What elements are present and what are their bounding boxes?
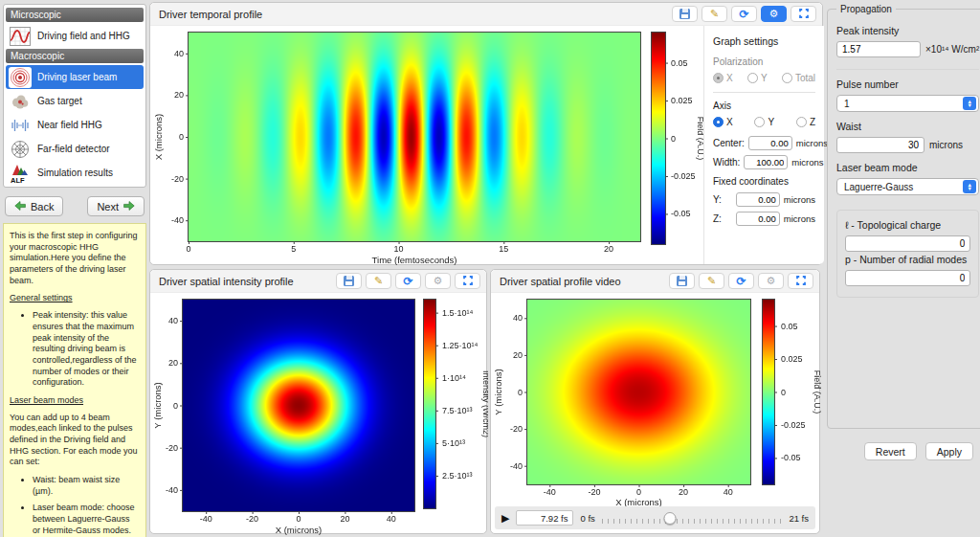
graph-settings-panel: Graph settings Polarization X Y Total Ax… [703, 26, 824, 264]
video-controls: ▶ 7.92 fs 0 fs 21 fs [495, 506, 815, 529]
center-input[interactable] [748, 136, 792, 150]
edit-plot-button[interactable]: ✎ [702, 6, 727, 22]
panel-body: Graph settings Polarization X Y Total Ax… [150, 26, 822, 264]
sidebar-item-gas-target[interactable]: Gas target [6, 89, 144, 113]
apply-button[interactable]: Apply [925, 442, 973, 460]
propagation-title: Propagation [836, 4, 896, 14]
next-button[interactable]: Next [87, 196, 145, 216]
save-plot-button[interactable] [669, 273, 695, 289]
svg-text:ALF: ALF [11, 175, 25, 184]
plot-settings-button[interactable]: ⚙ [425, 273, 451, 289]
laser-beam-mode-select[interactable]: Laguerre-Gauss ▲▼ [836, 178, 979, 195]
polarization-x-radio[interactable]: X [713, 73, 733, 83]
radio-label: Total [795, 73, 815, 83]
axis-label: Axis [713, 101, 815, 111]
panel-header: Driver spatial profile video ✎ ⟳ ⚙ [491, 270, 819, 293]
plot-settings-button[interactable]: ⚙ [761, 6, 787, 22]
expand-icon [799, 9, 809, 20]
play-button[interactable]: ▶ [501, 512, 509, 525]
axis-y-radio[interactable]: Y [754, 117, 774, 127]
back-button-label: Back [31, 201, 54, 213]
next-arrow-icon [123, 201, 135, 213]
peak-intensity-input[interactable] [836, 41, 921, 57]
module-nav: Microscopic Driving field and HHG Macros… [3, 4, 146, 188]
radial-modes-label: p - Number of radial modes [845, 254, 970, 265]
mode-indices-group: ℓ - Topological charge p - Number of rad… [836, 210, 979, 298]
panel-header: Driver spatial intensity profile ✎ ⟳ ⚙ [150, 270, 486, 293]
time-slider[interactable] [602, 511, 783, 526]
expand-plot-button[interactable] [455, 273, 480, 289]
fixed-y-label: Y: [713, 194, 732, 205]
revert-button[interactable]: Revert [864, 442, 917, 460]
slider-start-label: 0 fs [580, 513, 594, 524]
radio-icon [713, 117, 724, 127]
sidebar-item-far-field-detector[interactable]: Far-field detector [6, 137, 144, 161]
radial-modes-input[interactable] [845, 270, 970, 286]
refresh-plot-button[interactable]: ⟳ [728, 273, 754, 289]
polarization-radios: X Y Total [713, 73, 815, 83]
sidebar-item-driving-laser-beam[interactable]: Driving laser beam [6, 65, 144, 89]
radio-label: Y [761, 73, 768, 83]
section-header-macroscopic: Macroscopic [6, 49, 144, 63]
action-buttons: Revert Apply [864, 442, 973, 460]
propagation-group: Propagation Peak intensity ×10¹⁴ W/cm² P… [827, 4, 980, 429]
sidebar-item-near-field-hhg[interactable]: Near field HHG [6, 113, 144, 137]
slider-thumb[interactable] [663, 512, 676, 525]
peak-intensity-row: ×10¹⁴ W/cm² [836, 41, 979, 57]
back-button[interactable]: Back [5, 196, 63, 216]
help-bullet: Waist: beam waist size (µm). [33, 475, 140, 497]
spatial-profile-video-plot [491, 293, 821, 507]
waist-input[interactable] [836, 137, 924, 153]
polarization-y-radio[interactable]: Y [747, 73, 768, 83]
center-label: Center: [713, 138, 745, 148]
sidebar-item-label: Simulation results [37, 168, 113, 178]
polarization-total-radio[interactable]: Total [782, 73, 815, 83]
radio-label: Z [810, 117, 815, 127]
axis-x-radio[interactable]: X [713, 117, 733, 127]
help-panel: This is the first step in configuring yo… [3, 223, 146, 537]
help-section-title: Laser beam modes [10, 395, 140, 407]
radio-label: Y [768, 117, 774, 127]
panel-driver-spatial-intensity: Driver spatial intensity profile ✎ ⟳ ⚙ [149, 269, 487, 534]
near-field-wave-icon [9, 115, 32, 136]
axis-radios: X Y Z [713, 117, 815, 127]
save-icon [679, 9, 690, 19]
expand-plot-button[interactable] [788, 273, 813, 289]
peak-intensity-unit: ×10¹⁴ W/cm² [925, 44, 979, 55]
plot-settings-button[interactable]: ⚙ [758, 273, 784, 289]
radio-icon [747, 73, 758, 83]
radio-icon [782, 73, 792, 83]
axis-z-radio[interactable]: Z [796, 117, 815, 127]
width-row: Width: microns [713, 155, 815, 169]
refresh-plot-button[interactable]: ⟳ [395, 273, 421, 289]
panel-title: Driver spatial profile video [500, 276, 621, 287]
refresh-icon: ⟳ [736, 276, 746, 287]
width-input[interactable] [744, 155, 788, 169]
sidebar-item-driving-field-hhg[interactable]: Driving field and HHG [6, 24, 144, 48]
pulse-number-value: 1 [844, 99, 850, 109]
propagation-sidebar: Propagation Peak intensity ×10¹⁴ W/cm² P… [825, 2, 978, 534]
help-intro: This is the first step in configuring yo… [10, 231, 140, 286]
topological-charge-input[interactable] [845, 235, 970, 252]
help-section-title: General settings [10, 293, 140, 304]
section-header-microscopic: Microscopic [6, 8, 144, 22]
refresh-plot-button[interactable]: ⟳ [731, 6, 757, 22]
expand-plot-button[interactable] [791, 6, 816, 22]
sidebar-item-simulation-results[interactable]: ALF Simulation results [6, 161, 144, 185]
pulse-number-select[interactable]: 1 ▲▼ [836, 95, 979, 112]
save-plot-button[interactable] [672, 6, 698, 22]
save-plot-button[interactable] [336, 273, 362, 289]
sidebar-item-label: Far-field detector [37, 144, 110, 154]
save-icon [344, 276, 354, 286]
current-time-field[interactable]: 7.92 fs [516, 510, 573, 526]
fixed-z-input[interactable] [736, 212, 780, 226]
sidebar-item-label: Near field HHG [37, 120, 102, 130]
fixed-y-input[interactable] [736, 192, 780, 207]
edit-plot-button[interactable]: ✎ [366, 273, 391, 289]
width-label: Width: [713, 157, 740, 168]
edit-plot-button[interactable]: ✎ [699, 273, 724, 289]
plot-toolbar: ✎ ⟳ ⚙ [336, 273, 480, 289]
panel-body [150, 293, 486, 533]
pulse-number-label: Pulse number [836, 78, 979, 90]
fixed-z-unit: microns [784, 213, 815, 224]
